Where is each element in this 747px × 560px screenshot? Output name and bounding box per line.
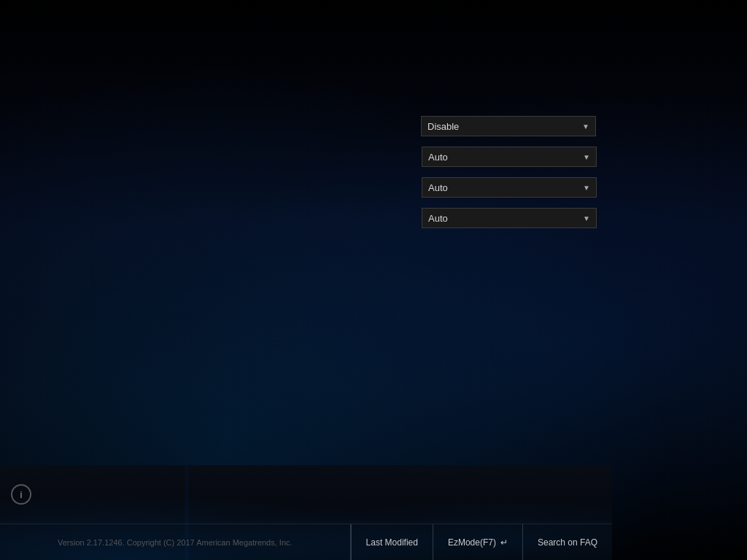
last-modified-label: Last Modified [366, 537, 418, 548]
exit-icon: ↵ [500, 537, 508, 548]
dropdown-value-iommu: Auto [428, 182, 448, 193]
info-icon[interactable]: i [11, 484, 31, 505]
setting-dropdown-core-perf-boost[interactable]: Disable ▼ [421, 116, 596, 136]
dropdown-value-core-perf-boost: Disable [427, 121, 459, 132]
ezmode-label: EzMode(F7) [448, 537, 496, 548]
search-faq-label: Search on FAQ [538, 537, 597, 548]
last-modified-button[interactable]: Last Modified [351, 524, 433, 560]
chevron-down-icon: ▼ [583, 153, 590, 161]
dropdown-value-global-cstate: Auto [428, 213, 448, 224]
search-faq-button[interactable]: Search on FAQ [522, 524, 612, 560]
setting-dropdown-iommu[interactable]: Auto ▼ [422, 177, 597, 198]
footer-copyright: Version 2.17.1246. Copyright (C) 2017 Am… [58, 538, 293, 547]
dropdown-value-memory-interleaving: Auto [428, 152, 448, 163]
chevron-down-icon: ▼ [583, 214, 590, 222]
setting-dropdown-memory-interleaving[interactable]: Auto ▼ [422, 147, 597, 167]
ezmode-button[interactable]: EzMode(F7) ↵ [433, 524, 522, 560]
chevron-down-icon: ▼ [582, 122, 589, 131]
setting-dropdown-global-cstate[interactable]: Auto ▼ [422, 208, 597, 228]
chevron-down-icon: ▼ [583, 184, 590, 192]
